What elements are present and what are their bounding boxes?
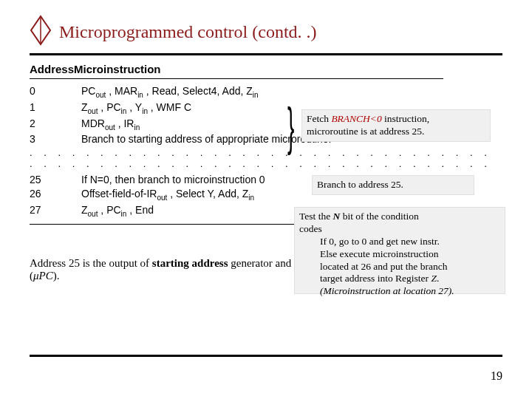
micro-table: 0 PCout , MARin , Read, Select4, Add, Zi… xyxy=(30,85,502,225)
table-row: 0 PCout , MARin , Read, Select4, Add, Zi… xyxy=(30,85,502,99)
header-address: Address xyxy=(30,63,74,75)
body-bold: starting address xyxy=(152,257,228,269)
footer-divider xyxy=(30,355,502,357)
annot-text: Else execute microinstruction xyxy=(299,248,500,261)
brace-icon: } xyxy=(287,100,294,152)
annot-red: BRANCH<0 xyxy=(331,113,381,124)
addr-cell: 2 xyxy=(30,117,81,129)
header-microinstruction: Microinstruction xyxy=(74,63,161,75)
dots-separator: . . . . . . . . . . . . . . . . . . . . … xyxy=(30,147,502,169)
annotation-test-n: Test the N bit of the condition codes If… xyxy=(294,207,505,294)
table-header: AddressMicroinstruction xyxy=(30,63,502,75)
instr-cell: PCout , MARin , Read, Select4, Add, Zin xyxy=(81,85,502,99)
annot-line: target address into Register Z. xyxy=(299,273,500,285)
body-mpc: μPC xyxy=(33,270,53,282)
addr-cell: 0 xyxy=(30,85,81,97)
title-divider xyxy=(30,53,502,55)
diamond-icon xyxy=(30,15,52,49)
header-rule xyxy=(30,78,443,79)
addr-cell: 25 xyxy=(30,174,81,185)
slide-title: Microprogrammed control (contd. .) xyxy=(59,22,317,42)
annot-text: Branch to address 25. xyxy=(317,179,403,190)
annot-n: N xyxy=(333,211,341,222)
annot-text: bit of the condition xyxy=(340,211,418,222)
addr-cell: 3 xyxy=(30,133,81,145)
annot-text: (Microinstruction at location 27). xyxy=(299,285,500,298)
annot-text: codes xyxy=(299,223,322,234)
annot-text: If 0, go to 0 and get new instr. xyxy=(299,236,500,248)
addr-cell: 1 xyxy=(30,101,81,113)
body-text: ). xyxy=(53,270,60,282)
slide: Microprogrammed control (contd. .) Addre… xyxy=(0,0,532,399)
page-number: 19 xyxy=(491,369,502,383)
addr-cell: 26 xyxy=(30,188,81,200)
annot-text: located at 26 and put the branch xyxy=(299,261,500,273)
annot-text: Test the xyxy=(299,211,333,222)
annot-text: instruction, xyxy=(382,113,430,124)
annotation-branch-25: Branch to address 25. xyxy=(312,175,474,195)
annot-text: target address into Register xyxy=(320,273,431,284)
body-text: Address 25 is the output of xyxy=(30,257,152,269)
annotation-fetch: Fetch BRANCH<0 instruction, microroutine… xyxy=(301,109,491,142)
title-row: Microprogrammed control (contd. .) xyxy=(30,15,502,49)
annot-z: Z xyxy=(431,273,437,284)
addr-cell: 27 xyxy=(30,204,81,216)
annot-text: microroutine is at address 25. xyxy=(307,126,424,137)
annot-text: Fetch xyxy=(307,113,331,124)
annot-text: . xyxy=(437,273,439,284)
